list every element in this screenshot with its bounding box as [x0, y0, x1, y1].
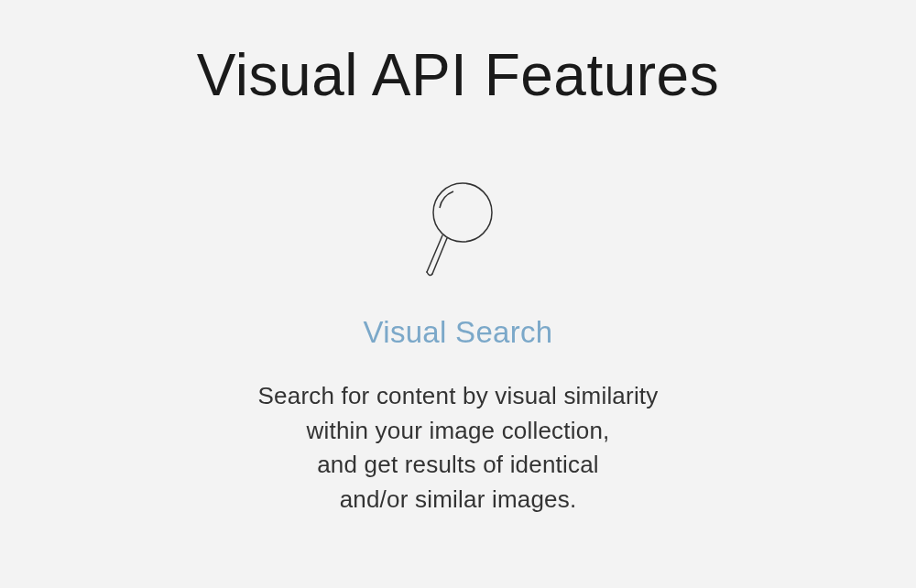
description-line: and get results of identical [317, 451, 599, 478]
feature-description: Search for content by visual similarity … [258, 379, 659, 517]
feature-title: Visual Search [364, 315, 553, 350]
description-line: Search for content by visual similarity [258, 382, 659, 409]
magnifying-glass-icon [412, 178, 504, 288]
description-line: and/or similar images. [340, 485, 577, 513]
page-title: Visual API Features [197, 41, 719, 109]
description-line: within your image collection, [307, 417, 610, 444]
svg-point-0 [433, 183, 492, 242]
